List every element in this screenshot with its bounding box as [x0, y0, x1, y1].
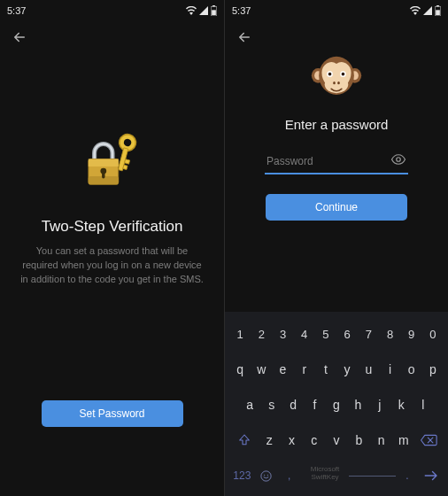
key-0[interactable]: 0 — [423, 319, 443, 349]
status-bar: 5:37 — [225, 0, 448, 21]
key-l[interactable]: l — [413, 390, 433, 420]
key-i[interactable]: i — [380, 354, 399, 384]
backspace-icon — [420, 434, 437, 446]
smile-icon — [259, 469, 273, 483]
key-c[interactable]: c — [304, 425, 324, 455]
status-time: 5:37 — [7, 5, 26, 16]
svg-point-25 — [342, 73, 345, 76]
arrow-right-icon — [423, 469, 439, 482]
status-icons — [410, 5, 441, 16]
top-bar — [225, 21, 448, 53]
keyboard-row-numbers: 1234567890 — [228, 319, 445, 349]
key-t[interactable]: t — [316, 354, 336, 384]
key-3[interactable]: 3 — [273, 319, 292, 349]
key-a[interactable]: a — [240, 390, 259, 420]
soft-keyboard: 1234567890 qwertyuiop asdfghjkl zxcvbnm … — [225, 312, 448, 496]
key-g[interactable]: g — [327, 390, 346, 420]
key-o[interactable]: o — [402, 354, 421, 384]
keyboard-row-2: asdfghjkl — [228, 390, 445, 420]
status-time: 5:37 — [232, 5, 251, 16]
key-y[interactable]: y — [337, 354, 357, 384]
svg-rect-7 — [122, 165, 127, 169]
svg-rect-2 — [212, 10, 216, 15]
key-8[interactable]: 8 — [380, 319, 399, 349]
enter-key[interactable] — [419, 461, 443, 491]
svg-point-28 — [397, 158, 401, 162]
shift-icon — [237, 433, 251, 447]
svg-rect-6 — [124, 159, 129, 164]
back-button[interactable] — [9, 27, 30, 48]
keyboard-row-bottom: 123 , Microsoft SwiftKey . — [228, 461, 445, 491]
svg-rect-15 — [436, 10, 440, 15]
signal-icon — [423, 6, 432, 15]
svg-point-26 — [333, 81, 336, 84]
page-title: Two-Step Verification — [42, 218, 183, 236]
key-r[interactable]: r — [295, 354, 314, 384]
screen-two-step-intro: 5:37 — [0, 0, 224, 496]
key-4[interactable]: 4 — [295, 319, 314, 349]
key-e[interactable]: e — [273, 354, 292, 384]
svg-point-24 — [328, 73, 332, 76]
shift-key[interactable] — [230, 425, 259, 455]
svg-point-29 — [260, 470, 270, 480]
svg-rect-12 — [102, 171, 104, 179]
key-q[interactable]: q — [230, 354, 250, 384]
key-7[interactable]: 7 — [359, 319, 378, 349]
lock-key-icon — [82, 133, 143, 193]
key-v[interactable]: v — [326, 425, 346, 455]
key-j[interactable]: j — [370, 390, 390, 420]
svg-point-31 — [266, 474, 267, 475]
continue-button[interactable]: Continue — [266, 194, 407, 221]
page-title: Enter a password — [285, 117, 389, 132]
wifi-icon — [186, 6, 197, 15]
key-m[interactable]: m — [393, 425, 413, 455]
eye-icon — [390, 151, 406, 167]
monkey-icon — [311, 53, 362, 105]
space-key[interactable]: Microsoft SwiftKey — [301, 461, 396, 491]
key-1[interactable]: 1 — [230, 319, 250, 349]
key-d[interactable]: d — [283, 390, 303, 420]
key-n[interactable]: n — [371, 425, 391, 455]
key-6[interactable]: 6 — [337, 319, 357, 349]
key-k[interactable]: k — [391, 390, 411, 420]
keyboard-row-3: zxcvbnm — [228, 425, 445, 455]
svg-rect-9 — [88, 159, 118, 167]
toggle-visibility-button[interactable] — [390, 151, 406, 171]
key-p[interactable]: p — [423, 354, 443, 384]
page-description: You can set a password that will be requ… — [18, 244, 206, 287]
period-key[interactable]: . — [396, 461, 420, 491]
status-icons — [186, 5, 217, 16]
key-u[interactable]: u — [359, 354, 378, 384]
symbols-key[interactable]: 123 — [230, 461, 254, 491]
key-h[interactable]: h — [348, 390, 367, 420]
svg-point-27 — [337, 81, 340, 84]
key-s[interactable]: s — [261, 390, 281, 420]
set-password-button[interactable]: Set Password — [42, 400, 183, 427]
key-z[interactable]: z — [259, 425, 280, 455]
arrow-left-icon — [12, 29, 27, 45]
keyboard-row-1: qwertyuiop — [228, 354, 445, 384]
battery-icon — [211, 5, 217, 16]
status-bar: 5:37 — [0, 0, 224, 21]
battery-icon — [435, 5, 441, 16]
keyboard-brand-label: Microsoft SwiftKey — [301, 465, 349, 481]
wifi-icon — [410, 6, 421, 15]
screen-enter-password: 5:37 — [224, 0, 448, 496]
top-bar — [0, 21, 224, 53]
key-x[interactable]: x — [282, 425, 302, 455]
key-f[interactable]: f — [305, 390, 324, 420]
key-9[interactable]: 9 — [402, 319, 421, 349]
svg-point-30 — [264, 474, 265, 475]
key-b[interactable]: b — [349, 425, 369, 455]
back-button[interactable] — [234, 27, 255, 48]
backspace-key[interactable] — [413, 425, 443, 455]
signal-icon — [199, 6, 208, 15]
arrow-left-icon — [236, 29, 252, 45]
key-5[interactable]: 5 — [316, 319, 336, 349]
emoji-key[interactable] — [254, 461, 278, 491]
comma-key[interactable]: , — [277, 461, 301, 491]
key-w[interactable]: w — [251, 354, 271, 384]
key-2[interactable]: 2 — [251, 319, 271, 349]
password-input[interactable] — [265, 150, 408, 174]
